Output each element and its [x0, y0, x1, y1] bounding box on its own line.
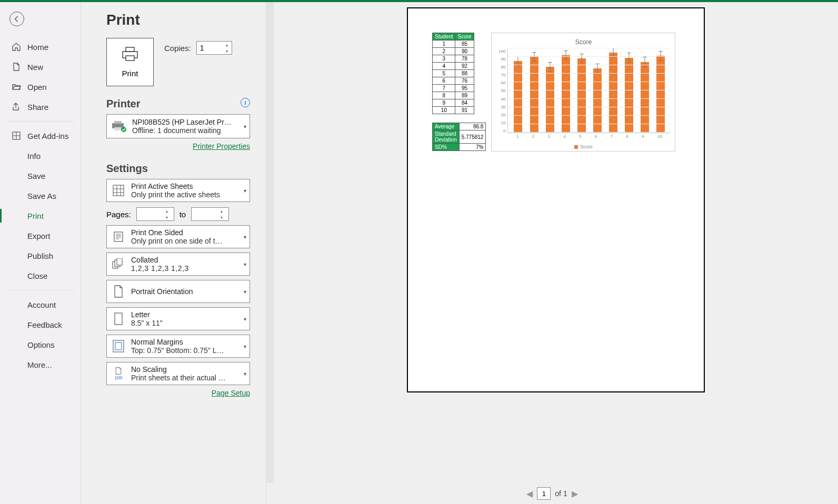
nav-label: Account	[27, 300, 56, 309]
nav-label: Get Add-ins	[27, 132, 68, 140]
setting-sides[interactable]: Print One Sided Only print on one side o…	[106, 225, 250, 248]
portrait-icon	[111, 284, 126, 299]
copies-spinner[interactable]: ▴▾	[196, 41, 232, 55]
stats-table: Average86.8StandardDeviation5.775812SD%7…	[432, 123, 486, 151]
svg-rect-24	[113, 340, 124, 352]
open-icon	[12, 82, 21, 92]
nav-save-as[interactable]: Save As	[0, 186, 81, 206]
chevron-down-icon: ▾	[244, 124, 246, 129]
printer-icon	[121, 47, 139, 64]
backstage-sidebar: Home New Open Share Get Add-ins Info Sav…	[0, 2, 81, 504]
paper-icon	[111, 311, 126, 326]
nav-feedback[interactable]: Feedback	[0, 315, 81, 335]
chart-legend: Score	[496, 144, 671, 149]
pages-to-spinner[interactable]: ▴▾	[191, 207, 229, 221]
one-sided-icon	[111, 229, 126, 244]
copies-input[interactable]	[197, 44, 222, 52]
new-icon	[12, 62, 21, 72]
spin-up[interactable]: ▴	[222, 42, 232, 48]
printer-status-icon	[111, 120, 127, 132]
spin-down[interactable]: ▾	[222, 48, 232, 54]
setting-margins[interactable]: Normal Margins Top: 0.75" Bottom: 0.75" …	[106, 335, 250, 358]
setting-print-what[interactable]: Print Active Sheets Only print the activ…	[106, 179, 250, 202]
nav-close[interactable]: Close	[0, 266, 81, 286]
nav-label: Publish	[27, 251, 53, 260]
nav-label: Open	[27, 83, 47, 92]
chevron-down-icon: ▾	[244, 371, 246, 377]
nav-label: Info	[27, 152, 41, 160]
data-table: StudentScore 185290378492588676795889984…	[432, 33, 474, 114]
nav-label: Feedback	[27, 320, 62, 329]
chevron-down-icon: ▾	[244, 344, 246, 349]
nav-publish[interactable]: Publish	[0, 246, 81, 266]
x-axis: 12345678910	[496, 133, 671, 139]
nav-save[interactable]: Save	[0, 166, 81, 186]
nav-open[interactable]: Open	[0, 77, 81, 97]
print-button-label: Print	[122, 69, 138, 78]
nav-new[interactable]: New	[0, 57, 81, 77]
settings-section-title: Settings	[106, 163, 250, 175]
printer-name: NPI08B525 (HP LaserJet Profe...	[132, 118, 232, 126]
pages-to-input[interactable]	[192, 210, 217, 218]
next-page-button[interactable]: ▶	[572, 489, 578, 499]
scaling-icon: 100	[111, 366, 126, 381]
nav-label: Print	[27, 211, 44, 220]
nav-share[interactable]: Share	[0, 97, 81, 117]
copies-label: Copies:	[164, 44, 191, 53]
y-axis: 1009080706050403020100	[496, 49, 507, 133]
nav-label: New	[27, 63, 43, 72]
nav-info[interactable]: Info	[0, 146, 81, 166]
pager: ◀ of 1 ▶	[266, 483, 838, 504]
setting-paper-size[interactable]: Letter 8.5" x 11" ▾	[106, 307, 250, 330]
preview-area: StudentScore 185290378492588676795889984…	[266, 2, 838, 504]
nav-label: Save As	[27, 191, 56, 200]
chevron-down-icon: ▾	[244, 261, 246, 267]
back-button[interactable]	[9, 12, 24, 26]
nav-home[interactable]: Home	[0, 37, 81, 57]
printer-selector[interactable]: NPI08B525 (HP LaserJet Profe... Offline:…	[106, 114, 250, 138]
nav-label: Options	[27, 340, 55, 349]
chevron-down-icon: ▾	[244, 316, 246, 322]
printer-status: Offline: 1 document waiting	[132, 126, 232, 135]
scrollbar[interactable]	[266, 2, 274, 483]
setting-scaling[interactable]: 100 No Scaling Print sheets at their act…	[106, 362, 250, 385]
nav-label: More...	[27, 360, 52, 369]
collated-icon	[111, 257, 126, 271]
nav-label: Export	[27, 231, 50, 240]
nav-options[interactable]: Options	[0, 335, 81, 355]
print-controls: Print Print Copies: ▴▾ Printer i	[81, 2, 266, 504]
nav-label: Close	[27, 271, 47, 280]
nav-print[interactable]: Print	[0, 206, 81, 226]
chevron-down-icon: ▾	[244, 188, 246, 194]
svg-rect-25	[115, 342, 122, 350]
setting-collate[interactable]: Collated 1,2,3 1,2,3 1,2,3 ▾	[106, 253, 250, 276]
sheets-icon	[111, 183, 126, 198]
nav-export[interactable]: Export	[0, 226, 81, 246]
nav-more[interactable]: More...	[0, 355, 81, 375]
pages-to-label: to	[179, 210, 186, 219]
nav-account[interactable]: Account	[0, 295, 81, 315]
setting-orientation[interactable]: Portrait Orientation ▾	[106, 280, 250, 303]
svg-point-9	[121, 127, 126, 132]
nav-get-addins[interactable]: Get Add-ins	[0, 126, 81, 146]
printer-section-title: Printer i	[106, 98, 250, 110]
info-icon[interactable]: i	[241, 98, 250, 107]
page-setup-link[interactable]: Page Setup	[212, 389, 250, 397]
page-title: Print	[106, 12, 250, 28]
pages-label: Pages:	[106, 210, 131, 219]
prev-page-button[interactable]: ◀	[526, 489, 533, 499]
page-number-input[interactable]	[537, 487, 551, 500]
print-button[interactable]: Print	[106, 38, 154, 86]
margins-icon	[111, 339, 126, 354]
pages-from-input[interactable]	[137, 210, 162, 218]
svg-rect-5	[126, 56, 134, 61]
chevron-down-icon: ▾	[244, 234, 246, 240]
preview-page: StudentScore 185290378492588676795889984…	[407, 7, 705, 392]
page-of-label: of 1	[555, 489, 567, 498]
pages-from-spinner[interactable]: ▴▾	[136, 207, 174, 221]
nav-label: Save	[27, 172, 45, 180]
svg-rect-3	[126, 47, 134, 52]
home-icon	[12, 42, 21, 52]
svg-rect-7	[114, 121, 122, 124]
printer-properties-link[interactable]: Printer Properties	[193, 142, 250, 150]
